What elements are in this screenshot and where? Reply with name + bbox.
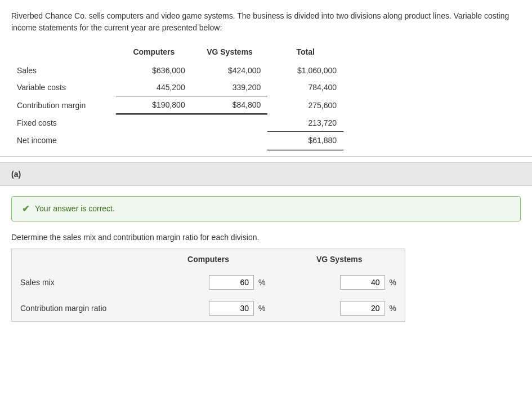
cm-ratio-computers-input[interactable] bbox=[209, 301, 254, 316]
section-a-divider: (a) bbox=[0, 162, 532, 186]
cm-ratio-vg-pct: % bbox=[390, 304, 396, 313]
sales-mix-label: Sales mix bbox=[12, 269, 143, 295]
contribution-margin-total: 275,600 bbox=[267, 96, 343, 114]
sales-mix-vg-input[interactable] bbox=[340, 275, 385, 290]
cm-ratio-vg-input[interactable] bbox=[340, 301, 385, 316]
sales-mix-computers-input[interactable] bbox=[209, 275, 254, 290]
mix-table-wrapper: Computers VG Systems Sales mix % % bbox=[11, 249, 521, 322]
contribution-margin-vg: $84,800 bbox=[192, 96, 268, 114]
cm-ratio-computers-cell: % bbox=[143, 295, 274, 322]
col-header-computers: Computers bbox=[116, 44, 192, 62]
variable-costs-label: Variable costs bbox=[17, 79, 116, 96]
contribution-margin-label: Contribution margin bbox=[17, 96, 116, 114]
fixed-costs-vg-empty bbox=[192, 114, 268, 132]
sales-mix-computers-cell: % bbox=[143, 269, 274, 295]
cm-ratio-computers-pct: % bbox=[258, 304, 265, 313]
col-header-vg-systems: VG Systems bbox=[192, 44, 268, 62]
sales-mix-vg-pct: % bbox=[390, 278, 396, 287]
check-icon: ✔ bbox=[22, 203, 29, 214]
net-income-total: $61,880 bbox=[267, 131, 343, 149]
net-income-computers-empty bbox=[116, 131, 192, 149]
variable-costs-total: 784,400 bbox=[267, 79, 343, 96]
net-income-label: Net income bbox=[17, 131, 116, 149]
variable-costs-computers: 445,200 bbox=[116, 79, 192, 96]
col-header-total: Total bbox=[267, 44, 343, 62]
fixed-costs-total: 213,720 bbox=[267, 114, 343, 132]
contribution-margin-computers: $190,800 bbox=[116, 96, 192, 114]
col-header-label bbox=[17, 44, 116, 62]
sales-label: Sales bbox=[17, 62, 116, 79]
mix-col-header-computers: Computers bbox=[143, 249, 274, 269]
section-a-label: (a) bbox=[11, 170, 21, 179]
mix-table: Computers VG Systems Sales mix % % bbox=[11, 249, 405, 322]
sales-total: $1,060,000 bbox=[267, 62, 343, 79]
intro-text: Riverbed Chance Co. sells computers and … bbox=[11, 10, 521, 34]
contribution-margin-ratio-row: Contribution margin ratio % % bbox=[12, 295, 405, 322]
instructions: Determine the sales mix and contribution… bbox=[0, 227, 532, 249]
fixed-costs-computers-empty bbox=[116, 114, 192, 132]
variable-costs-vg: 339,200 bbox=[192, 79, 268, 96]
mix-col-header-vg: VG Systems bbox=[274, 249, 405, 269]
instructions-text: Determine the sales mix and contribution… bbox=[11, 233, 259, 242]
sales-mix-vg-cell: % bbox=[274, 269, 405, 295]
sales-mix-computers-pct: % bbox=[258, 278, 265, 287]
answer-box: ✔ Your answer is correct. bbox=[11, 196, 521, 221]
mix-col-header-label bbox=[12, 249, 143, 269]
net-income-vg-empty bbox=[192, 131, 268, 149]
fixed-costs-label: Fixed costs bbox=[17, 114, 116, 132]
answer-correct-text: Your answer is correct. bbox=[35, 204, 115, 213]
cm-ratio-vg-cell: % bbox=[274, 295, 405, 322]
sales-computers: $636,000 bbox=[116, 62, 192, 79]
income-statement-table: Computers VG Systems Total Sales $636,00… bbox=[17, 44, 343, 150]
sales-vg: $424,000 bbox=[192, 62, 268, 79]
sales-mix-row: Sales mix % % bbox=[12, 269, 405, 295]
cm-ratio-label: Contribution margin ratio bbox=[12, 295, 143, 322]
